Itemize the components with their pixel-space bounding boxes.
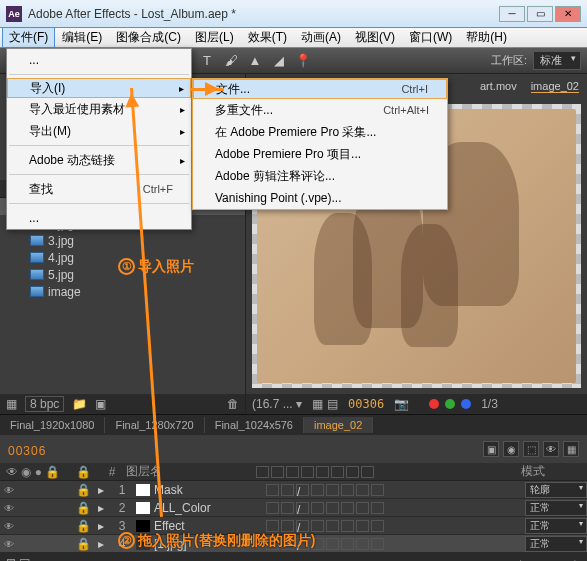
file-menu-dropdown: ... 导入(I) 导入最近使用素材 导出(M) Adobe 动态链接 查找Ct… (6, 48, 192, 230)
import-multi-label: 多重文件... (215, 102, 273, 119)
timeline-tab-3[interactable]: image_02 (304, 417, 373, 433)
green-channel-icon[interactable] (445, 399, 455, 409)
menu-import[interactable]: 导入(I) (7, 78, 191, 98)
menu-dots-2: ... (7, 207, 191, 229)
puppet-tool-icon[interactable]: 📍 (294, 52, 312, 70)
timeline-panel: Final_1920x1080 Final_1280x720 Final_102… (0, 414, 587, 561)
import-multi[interactable]: 多重文件...Ctrl+Alt+I (193, 99, 447, 121)
trash-icon[interactable]: 🗑 (227, 397, 239, 411)
toggle-switches-icon[interactable]: ⊞ ▣ (6, 556, 30, 561)
menu-animation[interactable]: 动画(A) (294, 27, 348, 48)
menu-layer[interactable]: 图层(L) (188, 27, 241, 48)
timeline-layer-row[interactable]: 🔒▸2ALL_Color/正常 (0, 499, 587, 517)
import-file-label: 文件... (216, 81, 250, 98)
viewer-tab-2[interactable]: image_02 (531, 80, 579, 93)
import-premiere-project[interactable]: Adobe Premiere Pro 项目... (193, 143, 447, 165)
bpc-button[interactable]: 8 bpc (25, 396, 64, 412)
project-item[interactable]: 3.jpg (0, 232, 245, 249)
timeline-layer-row[interactable]: 🔒▸4[1.jpg]/正常 (0, 535, 587, 553)
menu-composition[interactable]: 图像合成(C) (109, 27, 188, 48)
menu-edit[interactable]: 编辑(E) (55, 27, 109, 48)
snapshot-icon[interactable]: 📷 (394, 397, 409, 411)
current-timecode[interactable]: 00306 (8, 440, 46, 459)
menu-import-recent[interactable]: 导入最近使用素材 (7, 98, 191, 120)
new-comp-icon[interactable]: ▣ (95, 397, 106, 411)
workspace-dropdown[interactable]: 标准 (533, 51, 581, 70)
menu-dots: ... (7, 49, 191, 71)
window-title: Adobe After Effects - Lost_Album.aep * (28, 7, 236, 21)
tl-btn-2[interactable]: ◉ (503, 441, 519, 457)
text-tool-icon[interactable]: T (198, 52, 216, 70)
resolution-dropdown[interactable]: 1/3 (481, 397, 498, 411)
project-item[interactable]: image (0, 283, 245, 300)
maximize-button[interactable]: ▭ (527, 6, 553, 22)
interpret-icon[interactable]: ▦ (6, 397, 17, 411)
grid-icon[interactable]: ▦ (312, 397, 323, 411)
eraser-tool-icon[interactable]: ◢ (270, 52, 288, 70)
import-file-shortcut: Ctrl+I (401, 83, 428, 95)
menu-window[interactable]: 窗口(W) (402, 27, 459, 48)
timeline-tab-0[interactable]: Final_1920x1080 (0, 417, 105, 433)
menu-export[interactable]: 导出(M) (7, 120, 191, 142)
col-layer-name: 图层名 (126, 463, 256, 480)
col-mode: 模式 (517, 463, 587, 480)
menu-help[interactable]: 帮助(H) (459, 27, 514, 48)
minimize-button[interactable]: ─ (499, 6, 525, 22)
timeline-layer-row[interactable]: 🔒▸1Mask/轮廓 (0, 481, 587, 499)
stamp-tool-icon[interactable]: ▲ (246, 52, 264, 70)
menu-find-shortcut: Ctrl+F (143, 183, 173, 195)
menu-file[interactable]: 文件(F) (2, 27, 55, 48)
import-multi-shortcut: Ctrl+Alt+I (383, 104, 429, 116)
menu-find-label: 查找 (29, 181, 53, 198)
import-submenu: 文件...Ctrl+I 多重文件...Ctrl+Alt+I 在 Adobe Pr… (192, 78, 448, 210)
menu-dynamic-link[interactable]: Adobe 动态链接 (7, 149, 191, 171)
import-clipnotes[interactable]: Adobe 剪辑注释评论... (193, 165, 447, 187)
blue-channel-icon[interactable] (461, 399, 471, 409)
timeline-zoom-slider[interactable]: ▲─────▲ (515, 556, 581, 561)
timeline-layer-row[interactable]: 🔒▸3Effect/正常 (0, 517, 587, 535)
workspace-label: 工作区: (491, 53, 527, 68)
tl-btn-5[interactable]: ▦ (563, 441, 579, 457)
menu-find[interactable]: 查找Ctrl+F (7, 178, 191, 200)
viewer-timecode[interactable]: 00306 (348, 397, 384, 411)
app-icon: Ae (6, 6, 22, 22)
timeline-tab-1[interactable]: Final_1280x720 (105, 417, 204, 433)
timeline-tab-2[interactable]: Final_1024x576 (205, 417, 304, 433)
guides-icon[interactable]: ▤ (327, 397, 338, 411)
tl-btn-4[interactable]: 👁 (543, 441, 559, 457)
project-item[interactable]: 4.jpg (0, 249, 245, 266)
import-vanishing-point[interactable]: Vanishing Point (.vpe)... (193, 187, 447, 209)
tl-btn-1[interactable]: ▣ (483, 441, 499, 457)
menu-view[interactable]: 视图(V) (348, 27, 402, 48)
red-channel-icon[interactable] (429, 399, 439, 409)
menubar: 文件(F) 编辑(E) 图像合成(C) 图层(L) 效果(T) 动画(A) 视图… (0, 28, 587, 48)
import-file[interactable]: 文件...Ctrl+I (193, 79, 447, 99)
menu-effect[interactable]: 效果(T) (241, 27, 294, 48)
new-folder-icon[interactable]: 📁 (72, 397, 87, 411)
col-index: # (98, 465, 126, 479)
import-premiere-capture[interactable]: 在 Adobe Premiere Pro 采集... (193, 121, 447, 143)
project-item[interactable]: 5.jpg (0, 266, 245, 283)
tl-btn-3[interactable]: ⬚ (523, 441, 539, 457)
brush-tool-icon[interactable]: 🖌 (222, 52, 240, 70)
viewer-tab-1[interactable]: art.mov (480, 80, 517, 92)
zoom-dropdown[interactable]: (16.7 ... ▾ (252, 397, 302, 411)
close-button[interactable]: ✕ (555, 6, 581, 22)
